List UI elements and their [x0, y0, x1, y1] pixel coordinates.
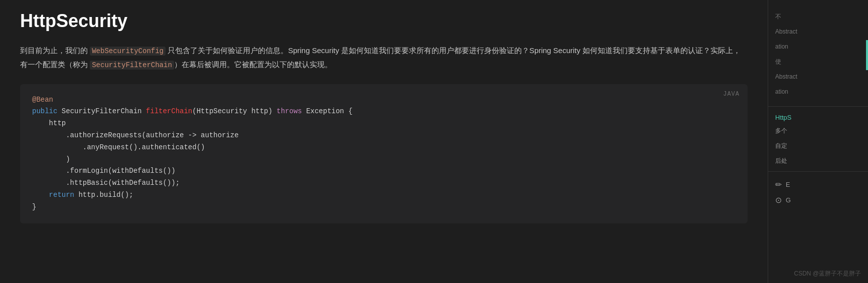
code-line-3: http [32, 118, 736, 130]
code-line-7: .formLogin(withDefaults()) [32, 165, 736, 177]
code-block: JAVA @Bean public SecurityFilterChain fi… [20, 84, 748, 223]
code-line-2: public SecurityFilterChain filterChain(H… [32, 106, 736, 118]
sidebar-action-github[interactable]: ⊙ G [775, 195, 861, 205]
code-line-4: .authorizeRequests(authorize -> authoriz… [32, 130, 736, 142]
method-name: filterChain [146, 107, 192, 115]
code-line-1: @Bean [32, 94, 736, 106]
sidebar-note-2: Abstract [768, 24, 868, 39]
sidebar-item-2[interactable]: 自定 [768, 138, 868, 153]
desc-code-1: WebSecurityConfig [90, 47, 166, 56]
scroll-indicator [866, 40, 868, 70]
desc-text-1: 到目前为止，我们的 [20, 46, 90, 55]
sidebar-item-1[interactable]: 多个 [768, 123, 868, 138]
watermark: CSDN @蓝胖子不是胖子 [794, 269, 861, 278]
edit-icon: ✏ [775, 180, 782, 189]
code-lang-badge: JAVA [723, 89, 740, 99]
sidebar-item-3[interactable]: 后处 [768, 153, 868, 168]
sidebar-action-edit[interactable]: ✏ E [775, 180, 861, 189]
code-line-6: ) [32, 154, 736, 166]
sidebar-section-httpsecurity: HttpS [768, 110, 868, 123]
kw-public: public [32, 107, 57, 115]
description-text: 到目前为止，我们的 WebSecurityConfig 只包含了关于如何验证用户… [20, 44, 748, 72]
main-content: HttpSecurity 到目前为止，我们的 WebSecurityConfig… [0, 0, 768, 283]
github-label: G [786, 196, 791, 204]
sidebar-note-3: ation [768, 39, 868, 54]
code-line-5: .anyRequest().authenticated() [32, 142, 736, 154]
code-line-8: .httpBasic(withDefaults()); [32, 177, 736, 189]
sidebar-divider-1 [768, 106, 868, 107]
kw-return: return [32, 191, 74, 199]
page-title: HttpSecurity [20, 10, 748, 32]
sidebar-note-1: 不 [768, 9, 868, 24]
code-line-10: } [32, 201, 736, 213]
sidebar-note-6: ation [768, 84, 868, 99]
sidebar-note-5: Abstract [768, 69, 868, 84]
sidebar: 不 Abstract ation 使 Abstract ation HttpS … [768, 0, 868, 283]
sidebar-actions: ✏ E ⊙ G [768, 175, 868, 210]
code-line-9: return http.build(); [32, 189, 736, 201]
edit-label: E [786, 181, 790, 188]
desc-text-3: ）在幕后被调用。它被配置为以下的默认实现。 [174, 60, 332, 69]
sidebar-divider-2 [768, 171, 868, 172]
annotation: @Bean [32, 96, 53, 104]
github-icon: ⊙ [775, 195, 782, 205]
sidebar-top-notes: 不 Abstract ation 使 Abstract ation [768, 5, 868, 103]
desc-code-2: SecurityFilterChain [90, 61, 174, 70]
kw-throws: throws [276, 107, 302, 115]
sidebar-note-4: 使 [768, 54, 868, 69]
